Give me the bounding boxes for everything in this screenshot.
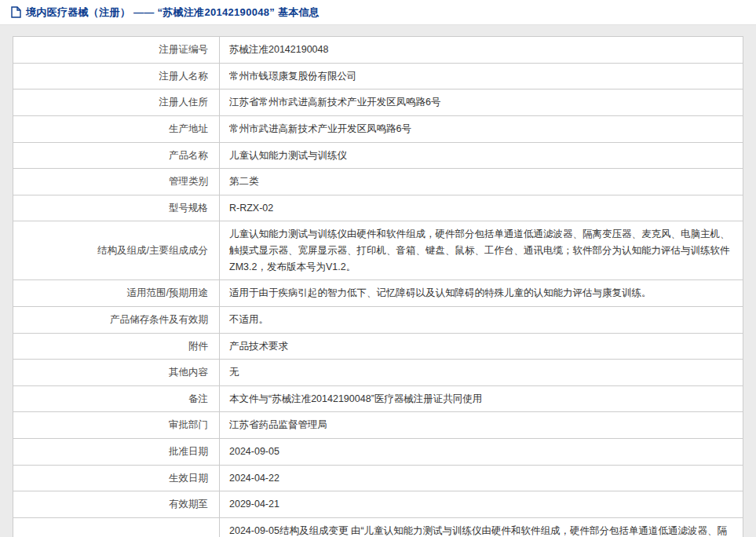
row-value: 2024-09-05 [220,439,743,466]
table-row: 注册证编号 苏械注准20142190048 [13,37,743,64]
table-row: 附件 产品技术要求 [13,333,743,360]
row-label: 变更情况 [13,517,220,537]
table-row: 批准日期 2024-09-05 [13,439,743,466]
row-label: 注册证编号 [13,37,220,64]
row-label: 批准日期 [13,439,220,466]
row-value: 本文件与“苏械注准20142190048”医疗器械注册证共同使用 [220,385,743,412]
row-label: 生效日期 [13,465,220,491]
table-row: 注册人住所 江苏省常州市武进高新技术产业开发区凤鸣路6号 [13,90,743,116]
row-value: 常州市钱璟康复股份有限公司 [220,63,743,90]
row-value: 无 [220,360,743,386]
row-label: 产品储存条件及有效期 [13,306,220,333]
row-value: 常州市武进高新技术产业开发区凤鸣路6号 [220,115,743,142]
row-label: 生产地址 [13,115,220,142]
table-row: 生产地址 常州市武进高新技术产业开发区凤鸣路6号 [13,115,743,142]
row-value: 2029-04-21 [220,491,743,518]
table-row: 有效期至 2029-04-21 [13,491,743,518]
page-title: 境内医疗器械（注册） —— “苏械注准20142190048” 基本信息 [26,5,320,20]
table-row: 结构及组成/主要组成成分 儿童认知能力测试与训练仪由硬件和软件组成，硬件部分包括… [13,221,743,280]
row-value: 产品技术要求 [220,333,743,360]
row-label: 产品名称 [13,142,220,169]
row-value: R-RZX-02 [220,195,743,221]
row-label: 附件 [13,333,220,360]
table-row: 管理类别 第二类 [13,169,743,195]
row-label: 注册人住所 [13,90,220,116]
table-row: 产品储存条件及有效期 不适用。 [13,306,743,333]
row-value: 苏械注准20142190048 [220,37,743,64]
row-value: 江苏省常州市武进高新技术产业开发区凤鸣路6号 [220,90,743,116]
table-row: 其他内容 无 [13,360,743,386]
row-value: 第二类 [220,169,743,195]
table-row: 审批部门 江苏省药品监督管理局 [13,412,743,439]
row-value: 2024-09-05结构及组成变更 由“儿童认知能力测试与训练仪由硬件和软件组成… [220,517,743,537]
table-row: 生效日期 2024-04-22 [13,465,743,491]
row-label: 注册人名称 [13,63,220,90]
row-label: 型号规格 [13,195,220,221]
table-row: 变更情况 2024-09-05结构及组成变更 由“儿童认知能力测试与训练仪由硬件… [13,517,743,537]
row-label: 有效期至 [13,491,220,518]
table-row: 型号规格 R-RZX-02 [13,195,743,221]
row-label: 适用范围/预期用途 [13,280,220,307]
row-value: 2024-04-22 [220,465,743,491]
row-label: 其他内容 [13,360,220,386]
row-label: 审批部门 [13,412,220,439]
basic-info-table: 注册证编号 苏械注准20142190048 注册人名称 常州市钱璟康复股份有限公… [13,36,743,537]
table-row: 备注 本文件与“苏械注准20142190048”医疗器械注册证共同使用 [13,385,743,412]
table-row: 适用范围/预期用途 适用于由于疾病引起的智力低下、记忆障碍以及认知障碍的特殊儿童… [13,280,743,307]
row-value: 儿童认知能力测试与训练仪 [220,142,743,169]
row-value: 适用于由于疾病引起的智力低下、记忆障碍以及认知障碍的特殊儿童的认知能力评估与康复… [220,280,743,307]
table-row: 产品名称 儿童认知能力测试与训练仪 [13,142,743,169]
row-value: 不适用。 [220,306,743,333]
row-label: 结构及组成/主要组成成分 [13,221,220,280]
document-icon [11,6,21,18]
row-value: 儿童认知能力测试与训练仪由硬件和软件组成，硬件部分包括单通道低通滤波器、隔离变压… [220,221,743,280]
row-label: 管理类别 [13,169,220,195]
row-value: 江苏省药品监督管理局 [220,412,743,439]
table-row: 注册人名称 常州市钱璟康复股份有限公司 [13,63,743,90]
page-header: 境内医疗器械（注册） —— “苏械注准20142190048” 基本信息 [0,0,756,25]
row-label: 备注 [13,385,220,412]
